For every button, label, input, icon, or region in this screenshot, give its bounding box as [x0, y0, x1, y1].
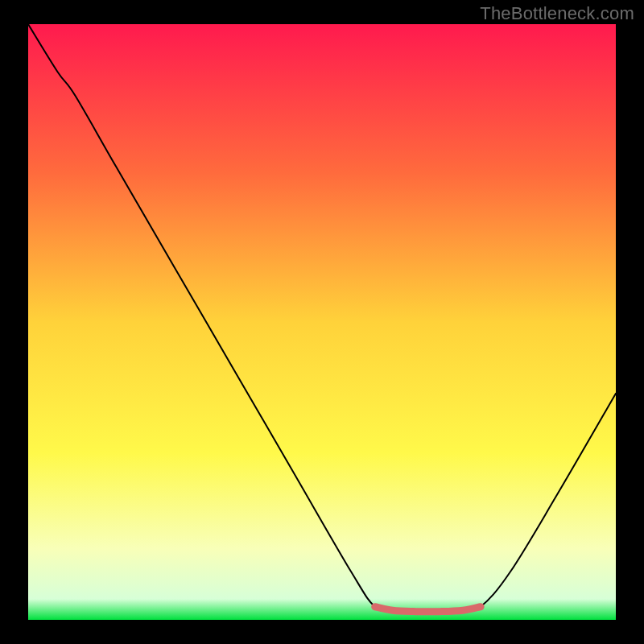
chart-svg	[28, 24, 616, 620]
chart-frame: TheBottleneck.com	[0, 0, 644, 644]
plot-area	[28, 24, 616, 620]
watermark-text: TheBottleneck.com	[480, 3, 634, 24]
gradient-background	[28, 24, 616, 620]
